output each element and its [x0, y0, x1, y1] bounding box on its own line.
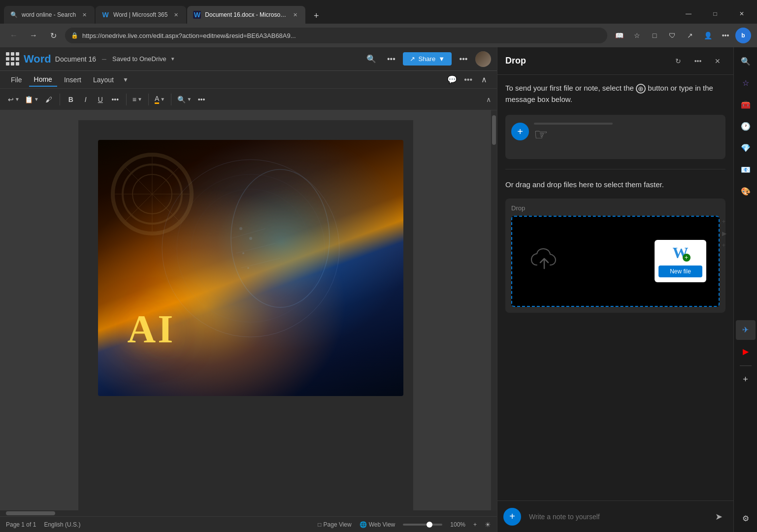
tab-2[interactable]: W Word | Microsoft 365 ✕ — [96, 6, 186, 24]
forward-button[interactable]: → — [26, 28, 41, 43]
tab-3[interactable]: W Document 16.docx - Microsoft W... ✕ — [187, 6, 305, 24]
rs-history-icon[interactable]: 🕐 — [736, 116, 756, 136]
page-count[interactable]: Page 1 of 1 — [6, 521, 36, 528]
tab-3-favicon: W — [193, 11, 201, 19]
refresh-button[interactable]: ↻ — [45, 28, 61, 43]
styles-group: A ▼ — [153, 92, 167, 107]
drop-title: Drop — [505, 56, 666, 66]
bold-button[interactable]: B — [64, 92, 78, 107]
rs-outlook-icon[interactable]: 📧 — [736, 160, 756, 179]
svg-line-4 — [231, 229, 265, 238]
format-group: B I U ••• — [64, 92, 122, 107]
close-button[interactable]: ✕ — [730, 6, 753, 22]
maximize-button[interactable]: □ — [704, 6, 726, 22]
vertical-scrollbar[interactable] — [491, 110, 497, 510]
rs-collections-icon[interactable]: 💎 — [736, 138, 756, 158]
rs-youtube-icon[interactable]: ▶ — [736, 342, 756, 362]
apps-icon[interactable] — [6, 52, 20, 66]
rs-drop-icon[interactable]: ✈ — [736, 320, 756, 340]
new-file-button[interactable]: New file — [658, 266, 702, 277]
share-more-icon[interactable]: ••• — [456, 51, 471, 67]
tab-3-close[interactable]: ✕ — [291, 10, 299, 19]
paragraph-group: ≡ ▼ — [131, 92, 144, 107]
font-color-button[interactable]: A ▼ — [153, 92, 167, 107]
collections-icon[interactable]: □ — [647, 28, 662, 43]
tab-1[interactable]: 🔍 word online - Search ✕ — [4, 6, 95, 24]
page-view-icon: □ — [318, 521, 321, 528]
find-icon: 🔍 — [177, 96, 186, 103]
tab-2-close[interactable]: ✕ — [171, 10, 180, 19]
undo-button[interactable]: ↩ ▼ — [6, 92, 22, 107]
toolbar-sep-1 — [60, 94, 60, 105]
toolbar-more-button[interactable]: ••• — [195, 92, 208, 107]
cursor-hand-icon: ☞ — [534, 127, 613, 142]
document-area[interactable]: AI — [0, 110, 491, 510]
zoom-in-button[interactable]: + — [473, 521, 477, 528]
drop-input-area[interactable]: + ☞ — [505, 115, 725, 159]
share-button[interactable]: ↗ Share ▼ — [403, 52, 452, 66]
underline-button[interactable]: U — [94, 92, 107, 107]
minimize-button[interactable]: — — [677, 6, 700, 22]
doc-dropdown-icon[interactable]: ▼ — [170, 56, 175, 62]
rs-search-icon[interactable]: 🔍 — [736, 51, 756, 71]
menu-layout[interactable]: Layout — [88, 73, 119, 87]
menu-insert[interactable]: Insert — [59, 73, 86, 87]
find-button[interactable]: 🔍 ▼ — [175, 92, 194, 107]
paste-button[interactable]: 📋 ▼ — [23, 92, 41, 107]
language-indicator[interactable]: English (U.S.) — [44, 521, 80, 528]
drop-refresh-button[interactable]: ↻ — [670, 53, 686, 69]
footer-add-button[interactable]: + — [503, 508, 521, 526]
display-settings-icon[interactable]: ☀ — [485, 521, 491, 529]
rs-favorites-icon[interactable]: ☆ — [736, 73, 756, 93]
comment-icon[interactable]: 💬 — [445, 73, 459, 87]
status-bar: Page 1 of 1 English (U.S.) □ Page View 🌐… — [0, 516, 497, 532]
bing-button[interactable]: b — [735, 28, 751, 43]
drop-zone[interactable]: W + New file — [511, 216, 720, 307]
scroll-thumb[interactable] — [492, 115, 496, 145]
rs-add-icon[interactable]: + — [736, 370, 756, 390]
more-format-button[interactable]: ••• — [108, 92, 122, 107]
collapse-toolbar-button[interactable]: ∧ — [486, 96, 491, 103]
back-button[interactable]: ← — [6, 28, 22, 43]
svg-point-3 — [231, 169, 329, 307]
format-painter-button[interactable]: 🖌 — [42, 92, 56, 107]
menu-home[interactable]: Home — [29, 73, 57, 87]
drop-input-add-button[interactable]: + — [511, 123, 529, 140]
footer-message-input[interactable] — [525, 513, 706, 521]
drop-close-button[interactable]: ✕ — [710, 53, 725, 69]
italic-button[interactable]: I — [79, 92, 93, 107]
read-mode-icon[interactable]: 📖 — [611, 28, 627, 43]
drop-more-button[interactable]: ••• — [690, 53, 706, 69]
instruction-plus-icon: ⊕ — [636, 84, 646, 94]
more-browser-icon[interactable]: ••• — [718, 28, 733, 43]
new-tab-button[interactable]: + — [308, 8, 324, 24]
browser-extension-icon[interactable]: 🛡 — [664, 28, 680, 43]
favorites-icon[interactable]: ☆ — [629, 28, 645, 43]
horizontal-scroll-thumb[interactable] — [6, 511, 55, 515]
footer-send-button[interactable]: ➤ — [710, 508, 727, 526]
share-icon: ↗ — [410, 55, 415, 63]
menu-file[interactable]: File — [6, 73, 27, 87]
horizontal-scrollbar-area[interactable] — [0, 510, 497, 516]
tab-1-close[interactable]: ✕ — [80, 10, 89, 19]
rs-toolkit-icon[interactable]: 🧰 — [736, 95, 756, 114]
word-logo[interactable]: Word — [24, 53, 51, 66]
menu-more-chevron[interactable]: ▼ — [121, 76, 131, 83]
profile-icon[interactable]: 👤 — [700, 28, 716, 43]
user-avatar[interactable] — [475, 51, 491, 67]
topbar-more-icon[interactable]: ••• — [383, 51, 399, 67]
share-browser-icon[interactable]: ↗ — [682, 28, 698, 43]
align-button[interactable]: ≡ ▼ — [131, 92, 144, 107]
url-bar[interactable]: 🔒 https://onedrive.live.com/edit.aspx?ac… — [65, 28, 607, 43]
format-painter-icon: 🖌 — [45, 96, 52, 103]
rs-paint-icon[interactable]: 🎨 — [736, 181, 756, 201]
zoom-slider[interactable] — [403, 524, 442, 526]
word-editor: Word Document 16 – Saved to OneDrive ▼ 🔍… — [0, 47, 497, 532]
menu-dots-icon[interactable]: ••• — [461, 75, 475, 84]
page-view-button[interactable]: □ Page View — [318, 521, 351, 528]
paste-dropdown-icon: ▼ — [34, 97, 39, 102]
search-doc-icon[interactable]: 🔍 — [363, 51, 379, 67]
rs-settings-icon[interactable]: ⚙ — [736, 508, 756, 528]
collapse-ribbon-icon[interactable]: ∧ — [477, 73, 491, 87]
web-view-button[interactable]: 🌐 Web View — [360, 521, 395, 528]
